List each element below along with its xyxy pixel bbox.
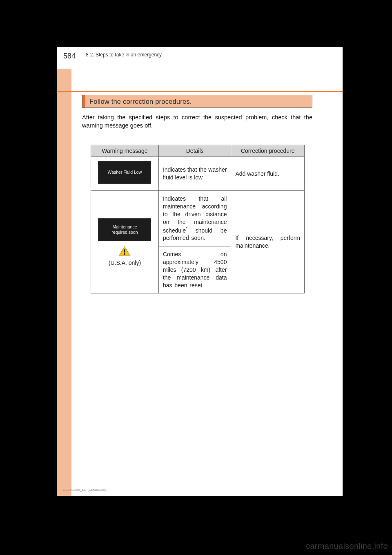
usa-only-label: (U.S.A. only)	[94, 260, 155, 266]
svg-rect-0	[124, 249, 125, 252]
svg-point-1	[124, 253, 125, 255]
warning-message-cell: Washer Fluid Low	[91, 157, 159, 191]
callout-title: Follow the correction procedures.	[89, 98, 192, 105]
model-code: GS350/250_EE (OM30C36E)	[63, 488, 108, 492]
page-number: 584	[63, 52, 76, 60]
dash-screen-maintenance: Maintenance required soon	[98, 218, 151, 241]
side-color-strip	[57, 69, 71, 496]
header-correction: Correction procedure	[231, 145, 305, 157]
dash-screen-washer-low: Washer Fluid Low	[98, 161, 151, 184]
table-row: Maintenance required soon (U.S.A. only) …	[91, 191, 305, 246]
correction-cell: If necessary, perform maintenance.	[231, 191, 305, 293]
section-callout: Follow the correction procedures.	[82, 95, 312, 108]
table-header-row: Warning message Details Correction proce…	[91, 145, 305, 157]
warning-triangle-icon	[118, 246, 131, 257]
callout-accent-bar	[82, 95, 85, 107]
details-cell: Indicates that the washer fluid level is…	[158, 157, 231, 191]
top-rule	[57, 91, 343, 92]
header-details: Details	[158, 145, 231, 157]
table-row: Washer Fluid Low Indicates that the wash…	[91, 157, 305, 191]
watermark: carmanualsonline.info	[306, 542, 388, 551]
details-cell: Indicates that all maintenance according…	[158, 191, 231, 246]
intro-paragraph: After taking the specified steps to corr…	[82, 114, 312, 130]
section-breadcrumb: 8-2. Steps to take in an emergency	[86, 52, 162, 58]
correction-cell: Add washer fluid.	[231, 157, 305, 191]
header-warning-message: Warning message	[91, 145, 159, 157]
warning-table: Warning message Details Correction proce…	[91, 145, 305, 293]
details-cell: Comes on approximately 4500 miles (7200 …	[158, 246, 231, 293]
warning-message-cell: Maintenance required soon (U.S.A. only)	[91, 191, 159, 293]
